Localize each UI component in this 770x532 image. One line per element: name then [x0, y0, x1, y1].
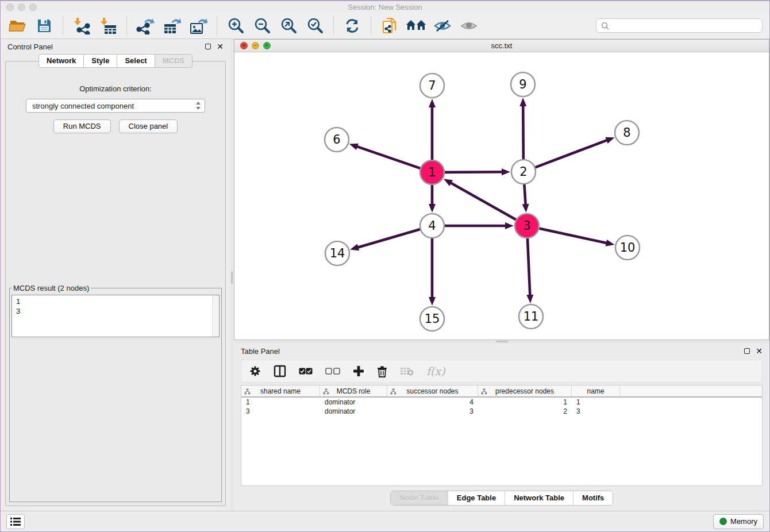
graph-edge-3-11[interactable]: [528, 237, 530, 296]
optimization-criterion-select[interactable]: strongly connected component: [26, 99, 205, 113]
mcds-result-text[interactable]: 1 3: [11, 295, 220, 337]
vertical-splitter[interactable]: [230, 39, 234, 511]
os-zoom-button[interactable]: [29, 3, 37, 11]
first-neighbors-button[interactable]: [406, 16, 426, 36]
cell-shared-name[interactable]: 3: [241, 407, 320, 415]
apply-function-button[interactable]: f(x): [426, 365, 445, 377]
add-entry-button[interactable]: [353, 365, 364, 377]
optimization-criterion-value: strongly connected component: [32, 102, 195, 110]
cell-successor-nodes[interactable]: 3: [387, 407, 478, 415]
open-session-button[interactable]: [7, 16, 28, 36]
column-namespace-icon: [244, 388, 251, 395]
table-settings-button[interactable]: [249, 365, 261, 377]
function-icon: f(x): [426, 365, 445, 377]
tab-motifs[interactable]: Motifs: [573, 491, 613, 505]
vertical-splitter-handle[interactable]: [231, 271, 233, 284]
task-history-button[interactable]: [6, 514, 25, 529]
search-icon: [601, 22, 609, 30]
export-network-button[interactable]: [135, 16, 156, 36]
tab-edge-table[interactable]: Edge Table: [448, 491, 505, 505]
table-row[interactable]: 3dominator323: [241, 407, 762, 416]
network-close-button[interactable]: ×: [240, 42, 248, 49]
graph-edge-3-10[interactable]: [538, 228, 607, 243]
graph-edge-2-8[interactable]: [534, 140, 608, 168]
table-panel-close-icon[interactable]: ✕: [756, 348, 763, 354]
status-bar: Memory: [1, 511, 769, 531]
network-minimize-button[interactable]: −: [252, 42, 259, 49]
graph-edge-1-2[interactable]: [443, 172, 503, 172]
os-close-button[interactable]: [6, 3, 14, 11]
graph-edge-2-3[interactable]: [524, 183, 525, 205]
save-session-button[interactable]: [34, 16, 55, 36]
tab-node-table[interactable]: Node Table: [391, 491, 448, 505]
table-row[interactable]: 1dominator411: [241, 398, 762, 407]
network-maximize-button[interactable]: +: [263, 42, 271, 49]
cell-predecessor-nodes[interactable]: 1: [478, 398, 572, 406]
cell-MCDS-role[interactable]: dominator: [320, 407, 387, 415]
result-scrollbar[interactable]: [212, 295, 219, 337]
control-panel-close-icon[interactable]: ✕: [217, 44, 224, 49]
network-graph[interactable]: 7968124314101511: [234, 52, 770, 340]
import-network-icon: [73, 17, 90, 34]
global-search-field[interactable]: [596, 18, 763, 33]
hide-selected-button[interactable]: [432, 16, 453, 36]
zoom-out-button[interactable]: [252, 16, 272, 36]
table-panel-float-icon[interactable]: [744, 348, 750, 354]
column-header-label: predecessor nodes: [495, 387, 554, 395]
select-all-button[interactable]: [299, 368, 313, 375]
search-input[interactable]: [612, 21, 757, 30]
cell-successor-nodes[interactable]: 4: [387, 398, 478, 406]
run-mcds-button[interactable]: Run MCDS: [53, 119, 111, 133]
export-table-button[interactable]: [161, 16, 182, 36]
cell-MCDS-role[interactable]: dominator: [320, 398, 387, 406]
tab-style[interactable]: Style: [84, 54, 117, 68]
cell-shared-name[interactable]: 1: [241, 398, 320, 406]
graph-edge-4-14[interactable]: [357, 229, 422, 248]
graph-edge-arrowhead: [526, 295, 533, 303]
graph-edge-1-6[interactable]: [356, 147, 422, 169]
horizontal-splitter[interactable]: [234, 340, 769, 344]
column-header-predecessor-nodes[interactable]: predecessor nodes: [478, 385, 572, 396]
clear-selection-button[interactable]: [325, 368, 340, 375]
close-panel-button[interactable]: Close panel: [119, 119, 178, 133]
tab-select[interactable]: Select: [117, 54, 155, 68]
tab-mcds[interactable]: MCDS: [155, 54, 192, 68]
column-header-label: successor nodes: [406, 387, 458, 395]
open-folder-icon: [9, 18, 27, 33]
os-minimize-button[interactable]: [18, 3, 25, 11]
column-header-shared-name[interactable]: shared name: [241, 385, 320, 396]
import-network-button[interactable]: [71, 16, 92, 36]
graph-edge-3-1[interactable]: [450, 183, 517, 221]
refresh-view-button[interactable]: [342, 16, 363, 36]
zoom-fit-button[interactable]: [278, 16, 299, 36]
dropdown-stepper-icon: [195, 101, 201, 110]
export-image-button[interactable]: [188, 16, 209, 36]
main-toolbar: [1, 13, 769, 39]
tab-network-table[interactable]: Network Table: [505, 491, 573, 505]
delete-table-button[interactable]: [400, 367, 414, 376]
cell-name[interactable]: 1: [572, 398, 620, 406]
graph-edge-arrowhead: [606, 240, 615, 246]
os-window-controls: [6, 3, 37, 11]
cell-name[interactable]: 3: [572, 407, 620, 415]
graph-edge-2-9[interactable]: [523, 105, 523, 161]
cell-predecessor-nodes[interactable]: 2: [478, 407, 572, 415]
new-network-from-selection-button[interactable]: [379, 16, 400, 36]
control-panel-float-icon[interactable]: [205, 44, 211, 49]
column-header-label: shared name: [260, 387, 301, 395]
column-header-MCDS-role[interactable]: MCDS role: [320, 385, 387, 396]
tab-network[interactable]: Network: [38, 54, 84, 68]
zoom-in-button[interactable]: [225, 16, 246, 36]
import-table-button[interactable]: [98, 16, 118, 36]
column-settings-button[interactable]: [274, 365, 286, 377]
horizontal-splitter-handle[interactable]: [496, 341, 509, 342]
export-image-icon: [189, 17, 207, 34]
memory-button[interactable]: Memory: [713, 514, 764, 529]
zoom-selected-button[interactable]: [305, 16, 325, 36]
control-panel-title: Control Panel: [7, 43, 53, 51]
show-all-button[interactable]: [459, 16, 479, 36]
column-header-successor-nodes[interactable]: successor nodes: [387, 385, 478, 396]
column-header-name[interactable]: name: [572, 385, 620, 396]
network-canvas[interactable]: 7968124314101511: [234, 52, 769, 340]
delete-entry-button[interactable]: [377, 365, 387, 377]
